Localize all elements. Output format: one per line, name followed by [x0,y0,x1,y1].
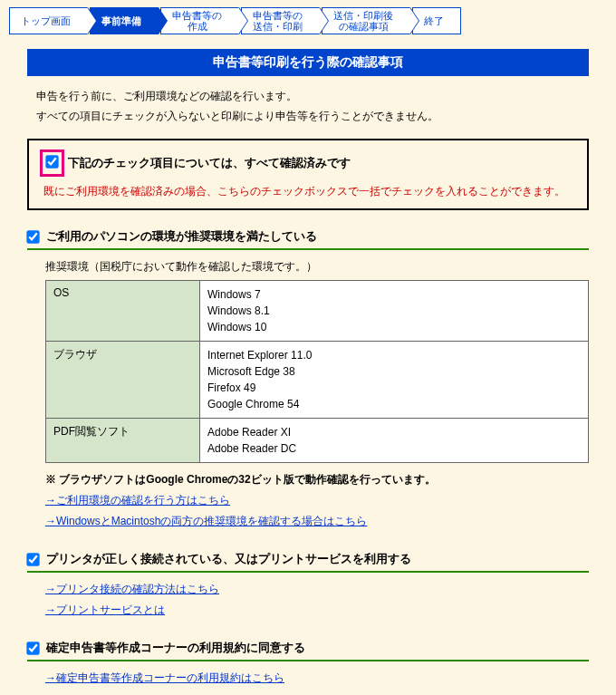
step-create[interactable]: 申告書等の 作成 [160,7,239,34]
env-pdf-value: Adobe Reader XI Adobe Reader DC [200,419,589,463]
step-send[interactable]: 申告書等の 送信・印刷 [241,7,320,34]
terms-title: 確定申告書等作成コーナーの利用規約に同意する [46,640,305,656]
terms-link[interactable]: →確定申告書等作成コーナーの利用規約はこちら [45,671,589,686]
step-prep[interactable]: 事前準備 [90,7,159,34]
section-terms: 確定申告書等作成コーナーの利用規約に同意する →確定申告書等作成コーナーの利用規… [27,640,589,686]
env-table: OS Windows 7 Windows 8.1 Windows 10 ブラウザ… [45,280,589,463]
printer-title: プリンタが正しく接続されている、又はプリントサービスを利用する [46,551,411,567]
table-row: PDF閲覧ソフト Adobe Reader XI Adobe Reader DC [46,419,589,463]
all-check-label: 下記のチェック項目については、すべて確認済みです [68,155,351,171]
table-row: ブラウザ Internet Explorer 11.0 Microsoft Ed… [46,342,589,419]
all-check-note: 既にご利用環境を確認済みの場合、こちらのチェックボックスで一括でチェックを入れる… [43,184,576,199]
all-check-highlight [40,150,64,177]
printer-checkbox[interactable] [26,553,39,565]
table-row: OS Windows 7 Windows 8.1 Windows 10 [46,281,589,342]
env-link-winmac[interactable]: →WindowsとMacintoshの両方の推奨環境を確認する場合はこちら [45,514,589,529]
env-checkbox[interactable] [26,230,39,243]
section-env: ご利用のパソコンの環境が推奨環境を満たしている 推奨環境（国税庁において動作を確… [27,228,589,529]
section-printer: プリンタが正しく接続されている、又はプリントサービスを利用する →プリンタ接続の… [27,551,589,618]
all-check-container: 下記のチェック項目については、すべて確認済みです 既にご利用環境を確認済みの場合… [27,139,589,210]
env-browser-header: ブラウザ [46,342,200,419]
env-os-header: OS [46,281,200,342]
step-after[interactable]: 送信・印刷後 の確認事項 [322,7,410,34]
env-link-check[interactable]: →ご利用環境の確認を行う方はこちら [45,493,589,508]
intro-line2: すべての項目にチェックが入らないと印刷により申告等を行うことができません。 [36,107,580,127]
printer-link-service[interactable]: →プリントサービスとは [45,603,589,618]
terms-checkbox[interactable] [26,642,39,654]
wizard-steps: トップ画面 事前準備 申告書等の 作成 申告書等の 送信・印刷 送信・印刷後 の… [0,0,616,42]
env-title: ご利用のパソコンの環境が推奨環境を満たしている [46,228,317,245]
env-browser-value: Internet Explorer 11.0 Microsoft Edge 38… [200,342,589,419]
intro-line1: 申告を行う前に、ご利用環境などの確認を行います。 [36,87,580,107]
page-title: 申告書等印刷を行う際の確認事項 [27,49,589,76]
env-caption: 推奨環境（国税庁において動作を確認した環境です。） [45,259,589,275]
env-pdf-header: PDF閲覧ソフト [46,419,200,463]
printer-link-check[interactable]: →プリンタ接続の確認方法はこちら [45,582,589,597]
env-note: ※ ブラウザソフトはGoogle Chromeの32ビット版で動作確認を行ってい… [45,472,589,487]
step-top[interactable]: トップ画面 [9,7,88,34]
env-os-value: Windows 7 Windows 8.1 Windows 10 [200,281,589,342]
intro-text: 申告を行う前に、ご利用環境などの確認を行います。 すべての項目にチェックが入らな… [36,87,580,126]
all-check-checkbox[interactable] [45,156,58,169]
step-end[interactable]: 終了 [412,7,461,34]
